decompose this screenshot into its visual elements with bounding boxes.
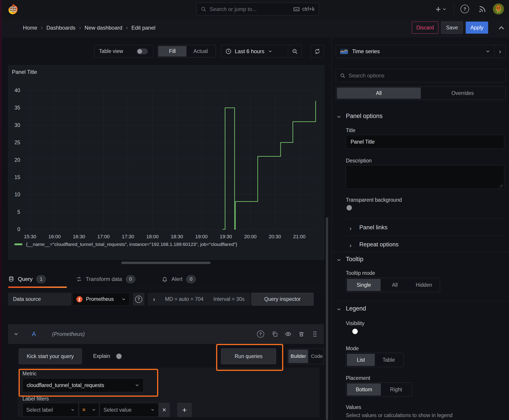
tooltip-mode-single[interactable]: Single: [347, 279, 381, 291]
apply-button[interactable]: Apply: [466, 22, 488, 34]
kick-start-query-button[interactable]: Kick start your query: [19, 348, 82, 364]
fill-actual-switch: Fill Actual: [157, 45, 216, 58]
chevron-down-icon[interactable]: [336, 258, 341, 262]
query-ref-id: A: [32, 331, 36, 338]
resize-drag-handle[interactable]: [121, 262, 211, 264]
search-options-input[interactable]: Search options: [336, 69, 506, 82]
select-label-dropdown[interactable]: Select label: [23, 403, 79, 417]
drag-grip-icon[interactable]: [312, 331, 318, 338]
code-option[interactable]: Code: [308, 350, 326, 363]
open-viz-list-button[interactable]: ›: [495, 48, 505, 55]
hide-query-eye-icon[interactable]: [285, 331, 291, 338]
panel-links-section[interactable]: Panel links: [359, 224, 387, 231]
max-data-points: MD = auto = 704: [165, 296, 203, 302]
datasource-help-button[interactable]: ?: [133, 293, 144, 306]
add-button[interactable]: +: [436, 5, 447, 14]
tab-overrides[interactable]: Overrides: [421, 88, 505, 99]
collapse-header-chevron-up-icon[interactable]: [497, 24, 505, 32]
plus-icon: +: [182, 406, 187, 414]
y-tick-label: 0: [17, 226, 20, 232]
add-filter-button[interactable]: +: [177, 403, 192, 417]
series-line: [223, 101, 316, 229]
section-divider: [332, 252, 509, 252]
x-tick-label: 16:30: [73, 234, 85, 239]
x-tick-label: 20:30: [269, 234, 281, 239]
actual-option[interactable]: Actual: [187, 46, 215, 57]
panel-options-header[interactable]: Panel options: [346, 113, 383, 120]
tooltip-header[interactable]: Tooltip: [346, 256, 363, 263]
remove-filter-button[interactable]: ✕: [159, 403, 170, 417]
delete-trash-icon[interactable]: [298, 331, 304, 337]
legend-mode-table[interactable]: Table: [375, 354, 403, 366]
query-options-summary[interactable]: › MD = auto = 704 Interval = 30s: [148, 293, 251, 306]
y-tick-label: 20: [14, 157, 20, 163]
run-queries-button[interactable]: Run queries: [221, 348, 276, 364]
panel-title-input[interactable]: Panel Title: [346, 135, 504, 149]
search-options-placeholder: Search options: [349, 73, 384, 79]
menu-icon[interactable]: [9, 5, 17, 14]
refresh-button[interactable]: [311, 45, 324, 58]
datasource-name: Prometheus: [86, 296, 114, 302]
help-icon[interactable]: ?: [257, 330, 264, 338]
zoom-out-icon[interactable]: [288, 48, 302, 54]
tab-alert[interactable]: Alert 0: [162, 270, 196, 288]
visualization-picker[interactable]: Time series ›: [336, 45, 506, 58]
visualization-name: Time series: [352, 48, 380, 54]
select-value-dropdown[interactable]: Select value: [100, 403, 159, 417]
query-inspector-button[interactable]: Query inspector: [251, 293, 313, 306]
chevron-down-icon: [442, 7, 447, 11]
legend-placement-bottom[interactable]: Bottom: [347, 383, 381, 396]
duplicate-icon[interactable]: [272, 331, 278, 337]
database-icon: [8, 276, 14, 282]
tab-alert-label: Alert: [171, 276, 182, 282]
legend-header[interactable]: Legend: [346, 305, 366, 312]
y-tick-label: 15: [14, 174, 20, 180]
datasource-picker[interactable]: Prometheus: [72, 293, 130, 306]
breadcrumb-new-dashboard[interactable]: New dashboard: [85, 25, 122, 31]
breadcrumb-home[interactable]: Home: [23, 25, 37, 31]
time-range-label[interactable]: Last 6 hours: [235, 48, 264, 54]
x-tick-label: 18:30: [171, 234, 183, 239]
resize-handle-icon[interactable]: [499, 183, 503, 187]
chevron-down-icon[interactable]: [336, 114, 341, 119]
operator-dropdown[interactable]: =: [79, 403, 99, 417]
tooltip-mode-all[interactable]: All: [381, 279, 409, 291]
avatar[interactable]: [493, 3, 504, 15]
fill-option[interactable]: Fill: [158, 46, 187, 57]
tab-query[interactable]: Query 1: [8, 270, 46, 288]
tab-all[interactable]: All: [337, 88, 421, 99]
legend-mode-switch: List Table: [346, 353, 404, 367]
table-view-toggle[interactable]: [137, 48, 148, 54]
builder-option[interactable]: Builder: [289, 350, 308, 363]
global-search-input[interactable]: Search or jump to... ctrl+k: [196, 3, 319, 15]
vertical-scrollbar[interactable]: [326, 217, 328, 420]
discard-button[interactable]: Discard: [412, 22, 438, 34]
grafana-edit-panel-page: Search or jump to... ctrl+k + ?: [0, 0, 509, 420]
breadcrumb-dashboards[interactable]: Dashboards: [46, 25, 76, 31]
metric-select[interactable]: cloudflared_tunnel_total_requests: [23, 378, 144, 392]
tooltip-mode-hidden[interactable]: Hidden: [409, 279, 439, 291]
repeat-options-section[interactable]: Repeat options: [359, 241, 399, 248]
legend-placement-right[interactable]: Right: [381, 383, 411, 396]
news-rss-icon[interactable]: [478, 5, 486, 14]
x-tick-label: 15:30: [24, 234, 36, 239]
chevron-down-icon[interactable]: [336, 307, 341, 312]
query-row-header[interactable]: A (Prometheus) ?: [8, 324, 324, 344]
help-icon[interactable]: ?: [461, 5, 469, 13]
chart-legend[interactable]: {__name__="cloudflared_tunnel_total_requ…: [14, 242, 237, 247]
legend-series-label: {__name__="cloudflared_tunnel_total_requ…: [26, 242, 237, 247]
tab-alert-count: 0: [186, 275, 196, 283]
divider: [346, 218, 504, 219]
time-series-viz-icon: [340, 48, 348, 54]
breadcrumb: Home › Dashboards › New dashboard › Edit…: [23, 18, 155, 37]
chevron-down-icon: [135, 383, 139, 388]
x-tick-label: 19:00: [195, 234, 208, 239]
legend-mode-list[interactable]: List: [347, 354, 375, 366]
save-button[interactable]: Save: [441, 22, 463, 34]
chevron-down-icon[interactable]: [14, 331, 19, 337]
description-textarea[interactable]: [346, 165, 504, 189]
tab-transform-data[interactable]: Transform data 0: [76, 270, 136, 288]
bell-icon: [162, 276, 168, 282]
breadcrumb-bar: Home › Dashboards › New dashboard › Edit…: [0, 18, 509, 37]
time-series-chart[interactable]: 15:3016:0016:3017:0017:3018:0018:3019:00…: [8, 65, 324, 259]
